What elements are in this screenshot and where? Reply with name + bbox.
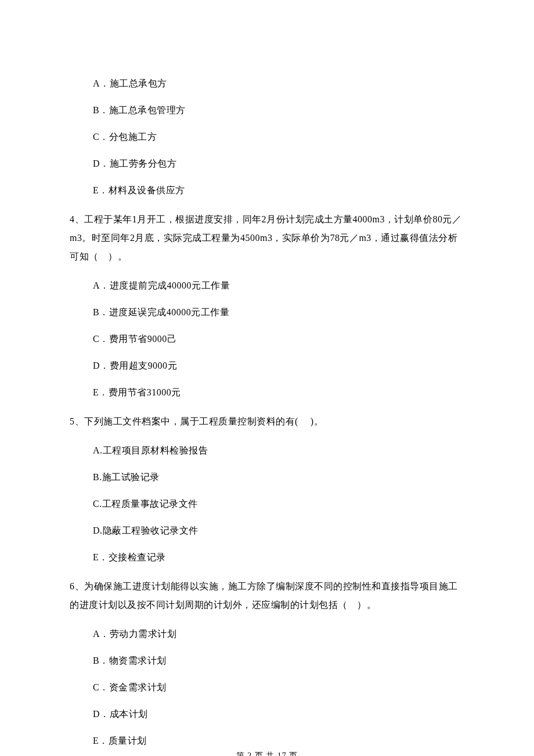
q5-option-e: E．交接检查记录 [93,550,464,564]
q4-option-e: E．费用节省31000元 [93,386,464,399]
q3-option-c: C．分包施工方 [93,130,464,144]
q4-option-c: C．费用节省9000己 [93,332,464,346]
q4-options: A．进度提前完成40000元工作量 B．进度延误完成40000元工作量 C．费用… [70,279,464,399]
q6-option-e: E．质量计划 [93,734,464,748]
q6-option-b: B．物资需求计划 [93,654,464,668]
q3-options: A．施工总承包方 B．施工总承包管理方 C．分包施工方 D．施工劳务分包方 E．… [70,77,464,197]
q5-option-a: A.工程项目原材料检验报告 [93,444,464,458]
q3-option-a: A．施工总承包方 [93,77,464,91]
q6-option-c: C．资金需求计划 [93,681,464,694]
q5-option-d: D.隐蔽工程验收记录文件 [93,524,464,538]
q4-option-b: B．进度延误完成40000元工作量 [93,305,464,319]
page-footer: 第 2 页 共 17 页 [0,750,534,756]
q3-option-e: E．材料及设备供应方 [93,183,464,197]
q3-option-b: B．施工总承包管理方 [93,103,464,117]
q4-option-d: D．费用超支9000元 [93,359,464,373]
q6-option-a: A．劳动力需求计划 [93,627,464,641]
q4-option-a: A．进度提前完成40000元工作量 [93,279,464,293]
q4-text: 4、工程于某年1月开工，根据进度安排，同年2月份计划完成土方量4000m3，计划… [70,210,464,266]
q6-text: 6、为确保施工进度计划能得以实施，施工方除了编制深度不同的控制性和直接指导项目施… [70,577,464,614]
q5-text: 5、下列施工文件档案中，属于工程质量控制资料的有( )。 [70,412,464,431]
q5-option-b: B.施工试验记录 [93,470,464,484]
document-page: A．施工总承包方 B．施工总承包管理方 C．分包施工方 D．施工劳务分包方 E．… [0,0,534,756]
q6-options: A．劳动力需求计划 B．物资需求计划 C．资金需求计划 D．成本计划 E．质量计… [70,627,464,748]
q5-option-c: C.工程质量事故记录文件 [93,497,464,511]
q3-option-d: D．施工劳务分包方 [93,157,464,171]
q5-options: A.工程项目原材料检验报告 B.施工试验记录 C.工程质量事故记录文件 D.隐蔽… [70,444,464,564]
q6-option-d: D．成本计划 [93,707,464,721]
